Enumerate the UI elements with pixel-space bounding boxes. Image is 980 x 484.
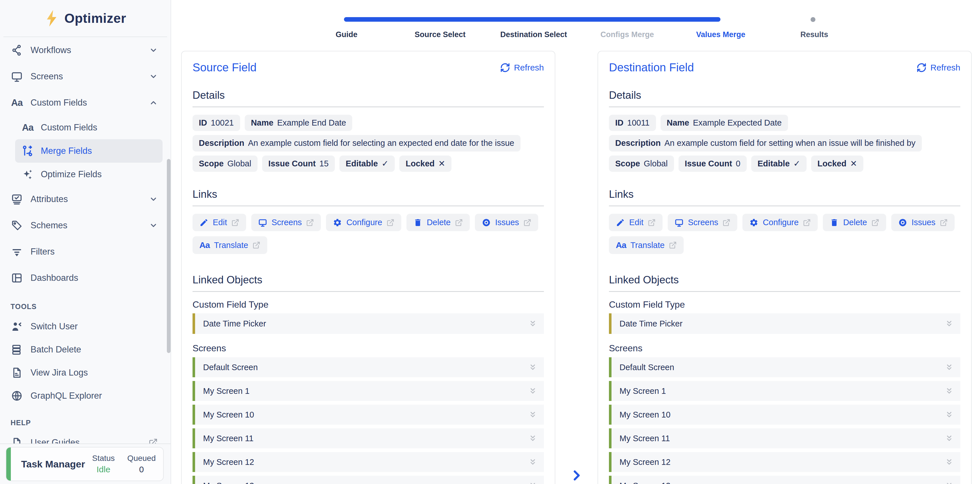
sidebar-item-attributes[interactable]: Attributes	[0, 186, 170, 212]
next-panel-arrow-button[interactable]	[569, 467, 585, 483]
sidebar-subitem-custom-fields[interactable]: Aa Custom Fields	[0, 116, 170, 139]
chevrons-down-icon[interactable]	[528, 387, 537, 395]
sidebar-item-batch-delete[interactable]: Batch Delete	[0, 338, 170, 361]
chevrons-down-icon[interactable]	[945, 363, 953, 371]
tools-section-header: TOOLS	[0, 291, 170, 315]
translate-link-button[interactable]: Aa Translate	[192, 236, 267, 254]
sidebar-item-dashboards[interactable]: Dashboards	[0, 265, 170, 291]
name-badge: NameExample Expected Date	[660, 115, 788, 131]
screen-row[interactable]: My Screen 11	[192, 428, 544, 448]
sidebar-item-filters[interactable]: Filters	[0, 239, 170, 265]
details-heading: Details	[609, 89, 960, 101]
external-link-icon	[669, 241, 677, 249]
translate-link-button[interactable]: Aa Translate	[609, 236, 684, 254]
issues-link-button[interactable]: Issues	[475, 214, 538, 231]
step-guide[interactable]: Guide	[336, 30, 358, 39]
sidebar-item-label: Batch Delete	[30, 344, 81, 355]
custom-field-type-row[interactable]: Date Time Picker	[609, 314, 960, 334]
sidebar-item-label: View Jira Logs	[30, 368, 88, 378]
chevrons-down-icon[interactable]	[528, 319, 537, 328]
step-source-select[interactable]: Source Select	[415, 30, 466, 39]
step-configs-merge[interactable]: Configs Merge	[600, 30, 654, 39]
source-field-panel: Source Field Refresh Details ID10021 Nam…	[181, 51, 555, 484]
external-link-icon	[648, 218, 656, 227]
chevrons-down-icon[interactable]	[528, 410, 537, 419]
chevrons-down-icon[interactable]	[528, 363, 537, 371]
custom-field-type-row[interactable]: Date Time Picker	[192, 314, 544, 334]
screen-row[interactable]: My Screen 10	[192, 405, 544, 425]
task-manager-accent-bar	[6, 447, 11, 481]
sidebar-subitem-optimize-fields[interactable]: Optimize Fields	[0, 163, 170, 186]
step-values-merge[interactable]: Values Merge	[696, 30, 746, 39]
chevrons-down-icon[interactable]	[528, 434, 537, 443]
source-refresh-button[interactable]: Refresh	[500, 62, 544, 73]
chevrons-down-icon[interactable]	[945, 434, 953, 443]
chevrons-down-icon[interactable]	[528, 458, 537, 466]
chevrons-down-icon[interactable]	[945, 319, 953, 328]
screens-link-button[interactable]: Screens	[668, 214, 737, 231]
chevrons-down-icon[interactable]	[945, 410, 953, 419]
delete-link-button[interactable]: Delete	[823, 214, 886, 231]
globe-icon	[11, 390, 23, 402]
issues-link-button[interactable]: Issues	[891, 214, 955, 231]
delete-link-button[interactable]: Delete	[406, 214, 470, 231]
name-badge: NameExample End Date	[245, 115, 353, 131]
screen-row[interactable]: My Screen 13	[609, 476, 960, 484]
chevrons-down-icon[interactable]	[945, 387, 953, 395]
sidebar-item-schemes[interactable]: Schemes	[0, 212, 170, 239]
external-link-icon	[306, 218, 314, 227]
section-divider	[192, 107, 544, 107]
chevron-down-icon	[149, 46, 158, 54]
chevrons-down-icon[interactable]	[945, 481, 953, 484]
sidebar-subitem-label: Optimize Fields	[41, 169, 102, 180]
destination-refresh-button[interactable]: Refresh	[916, 62, 960, 73]
edit-link-button[interactable]: Edit	[609, 214, 663, 231]
sidebar-item-graphql-explorer[interactable]: GraphQL Explorer	[0, 384, 170, 407]
sidebar-item-view-jira-logs[interactable]: View Jira Logs	[0, 361, 170, 384]
screen-row[interactable]: My Screen 12	[192, 452, 544, 472]
custom-field-type-heading: Custom Field Type	[609, 299, 960, 310]
external-link-icon	[231, 218, 239, 227]
step-destination-select[interactable]: Destination Select	[500, 30, 567, 39]
sidebar-item-label: Filters	[30, 247, 54, 257]
screen-row[interactable]: My Screen 10	[609, 405, 960, 425]
sidebar-item-label: Custom Fields	[30, 97, 87, 108]
monitor-icon	[675, 218, 684, 227]
edit-link-button[interactable]: Edit	[192, 214, 246, 231]
merge-fields-icon	[21, 145, 34, 157]
refresh-label: Refresh	[931, 63, 960, 72]
screen-row[interactable]: Default Screen	[609, 357, 960, 377]
task-manager-title: Task Manager	[21, 459, 85, 470]
check-icon: ✓	[382, 159, 388, 168]
section-divider	[192, 205, 544, 206]
screen-row[interactable]: My Screen 11	[609, 428, 960, 448]
gear-icon	[333, 218, 342, 227]
sidebar-item-switch-user[interactable]: Switch User	[0, 315, 170, 338]
sidebar-item-workflows[interactable]: Workflows	[0, 37, 170, 63]
configure-link-button[interactable]: Configure	[742, 214, 818, 231]
task-status-label: Status	[92, 454, 115, 463]
screen-row[interactable]: My Screen 13	[192, 476, 544, 484]
screens-link-button[interactable]: Screens	[251, 214, 321, 231]
destination-panel-title: Destination Field	[609, 61, 694, 74]
links-heading: Links	[609, 188, 960, 200]
chevrons-down-icon[interactable]	[945, 458, 953, 466]
step-results[interactable]: Results	[800, 30, 828, 39]
chevrons-down-icon[interactable]	[528, 481, 537, 484]
configure-link-button[interactable]: Configure	[326, 214, 401, 231]
screen-row[interactable]: My Screen 1	[192, 381, 544, 401]
sidebar-subitem-merge-fields[interactable]: Merge Fields	[15, 139, 162, 163]
stack-icon	[11, 344, 23, 355]
screens-heading: Screens	[609, 343, 960, 353]
details-heading: Details	[192, 89, 544, 101]
external-link-icon	[871, 218, 879, 227]
screen-row[interactable]: My Screen 1	[609, 381, 960, 401]
task-manager-card[interactable]: Task Manager Status Idle Queued 0	[6, 447, 164, 481]
sidebar-item-custom-fields[interactable]: Aa Custom Fields	[0, 90, 170, 116]
sidebar-item-screens[interactable]: Screens	[0, 63, 170, 90]
sidebar-scrollbar-thumb[interactable]	[167, 159, 170, 353]
gear-icon	[749, 218, 758, 227]
translate-aa-icon: Aa	[616, 240, 626, 250]
screen-row[interactable]: My Screen 12	[609, 452, 960, 472]
screen-row[interactable]: Default Screen	[192, 357, 544, 377]
